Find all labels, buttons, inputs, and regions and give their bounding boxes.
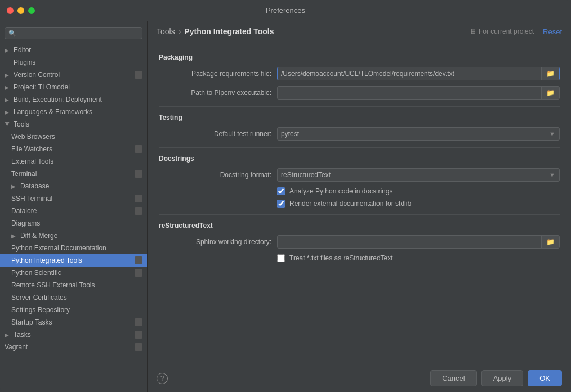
sidebar-item-terminal[interactable]: Terminal (0, 168, 147, 180)
sidebar-item-vagrant[interactable]: Vagrant (0, 341, 147, 353)
sidebar-item-languages[interactable]: ▶ Languages & Frameworks (0, 106, 147, 118)
arrow-icon: ▶ (11, 233, 17, 239)
window-title: Preferences (266, 6, 305, 15)
sphinx-dir-row: Sphinx working directory: 📁 (159, 235, 560, 249)
footer: ? Cancel Apply OK (148, 364, 571, 392)
sidebar-item-version-control[interactable]: ▶ Version Control (0, 69, 147, 81)
sidebar-item-python-scientific[interactable]: Python Scientific (0, 267, 147, 279)
sidebar-item-remote-ssh[interactable]: Remote SSH External Tools (0, 279, 147, 291)
docstring-format-label: Docstring format: (159, 171, 271, 179)
monitor-icon: 🖥 (470, 28, 476, 35)
sidebar-item-python-external-doc[interactable]: Python External Documentation (0, 242, 147, 254)
search-box[interactable]: 🔍 (5, 27, 142, 39)
titlebar: Preferences (0, 0, 571, 21)
analyze-checkbox[interactable] (277, 187, 285, 195)
pipenv-row: Path to Pipenv executable: 📁 (159, 86, 560, 100)
test-runner-dropdown[interactable]: pytest unittest Twisted Trial Nosetests (277, 127, 560, 141)
sidebar-item-label: Web Browsers (11, 133, 55, 141)
footer-right: Cancel Apply OK (430, 370, 562, 386)
ok-button[interactable]: OK (528, 370, 562, 386)
sidebar-item-label: Vagrant (5, 343, 28, 351)
badge-icon (135, 71, 142, 79)
sidebar-item-label: Startup Tasks (11, 318, 52, 326)
arrow-icon: ▶ (5, 109, 10, 115)
reset-button[interactable]: Reset (543, 28, 562, 36)
badge-icon (135, 145, 142, 153)
render-checkbox-label[interactable]: Render external documentation for stdlib (289, 200, 411, 208)
sidebar-item-external-tools[interactable]: External Tools (0, 155, 147, 168)
render-checkbox[interactable] (277, 200, 285, 208)
sidebar-item-editor[interactable]: ▶ Editor (0, 44, 147, 56)
arrow-icon: ▶ (11, 183, 17, 190)
arrow-icon: ▶ (5, 332, 10, 338)
badge-icon (135, 269, 142, 277)
sidebar-item-datalore[interactable]: Datalore (0, 205, 147, 217)
badge-icon (135, 331, 142, 339)
sidebar-item-label: Languages & Frameworks (14, 108, 92, 116)
testing-section-label: Testing (159, 114, 560, 121)
main-content: 🔍 ▶ Editor Plugins ▶ Version Control ▶ P… (0, 21, 571, 392)
sidebar-item-database[interactable]: ▶ Database (0, 180, 147, 192)
sidebar-item-label: Python External Documentation (11, 244, 106, 252)
search-input[interactable] (19, 29, 139, 37)
close-button[interactable] (7, 7, 14, 14)
sidebar-item-tools[interactable]: ▶ Tools (0, 118, 147, 130)
arrow-icon: ▶ (5, 97, 10, 103)
header-right: 🖥 For current project Reset (470, 28, 562, 36)
sidebar-item-project[interactable]: ▶ Project: TLOmodel (0, 81, 147, 93)
sidebar-item-label: Server Certificates (11, 294, 67, 301)
sphinx-dir-input[interactable] (278, 236, 541, 248)
apply-button[interactable]: Apply (481, 370, 524, 386)
minimize-button[interactable] (17, 7, 24, 14)
sidebar-item-web-browsers[interactable]: Web Browsers (0, 130, 147, 143)
package-req-input[interactable] (278, 67, 541, 80)
analyze-checkbox-label[interactable]: Analyze Python code in docstrings (289, 187, 392, 195)
arrow-icon: ▶ (5, 47, 10, 53)
sphinx-dir-folder-button[interactable]: 📁 (541, 236, 559, 248)
sidebar-item-diagrams[interactable]: Diagrams (0, 217, 147, 229)
sidebar-item-plugins[interactable]: Plugins (0, 56, 147, 69)
preferences-window: Preferences 🔍 ▶ Editor Plugins ▶ Version… (0, 0, 571, 392)
treat-txt-checkbox-row: Treat *.txt files as reStructuredText (277, 254, 560, 262)
sidebar-item-file-watchers[interactable]: File Watchers (0, 143, 147, 155)
sidebar-item-label: Diagrams (11, 219, 40, 227)
test-runner-row: Default test runner: pytest unittest Twi… (159, 127, 560, 141)
sidebar-item-label: Python Scientific (11, 269, 61, 277)
docstring-format-dropdown[interactable]: reStructuredText NumPy Google Plain (277, 168, 560, 182)
package-req-label: Package requirements file: (159, 70, 271, 78)
sidebar-item-label: Database (20, 182, 49, 190)
titlebar-buttons (7, 7, 35, 14)
render-checkbox-row: Render external documentation for stdlib (277, 200, 560, 208)
sidebar-item-python-integrated-tools[interactable]: Python Integrated Tools (0, 254, 147, 267)
cancel-button[interactable]: Cancel (430, 370, 476, 386)
sidebar-item-tasks[interactable]: ▶ Tasks (0, 328, 147, 341)
badge-icon (135, 170, 142, 178)
for-current-project: 🖥 For current project (470, 28, 534, 35)
pipenv-folder-button[interactable]: 📁 (541, 87, 559, 99)
sidebar-item-ssh-terminal[interactable]: SSH Terminal (0, 192, 147, 205)
sidebar-item-build[interactable]: ▶ Build, Execution, Deployment (0, 93, 147, 106)
badge-icon (135, 256, 142, 264)
maximize-button[interactable] (28, 7, 35, 14)
sidebar-item-startup-tasks[interactable]: Startup Tasks (0, 316, 147, 328)
package-req-input-wrap: 📁 (277, 67, 560, 80)
breadcrumb-current: Python Integrated Tools (184, 27, 274, 36)
treat-txt-checkbox[interactable] (277, 254, 285, 262)
sidebar-item-label: Build, Execution, Deployment (14, 96, 102, 103)
sidebar-item-label: Terminal (11, 170, 37, 178)
sidebar-item-label: Diff & Merge (20, 232, 57, 240)
breadcrumb-separator: › (179, 27, 181, 36)
sidebar-item-label: Python Integrated Tools (11, 256, 82, 264)
docstring-format-row: Docstring format: reStructuredText NumPy… (159, 168, 560, 182)
help-button[interactable]: ? (157, 373, 168, 384)
analyze-checkbox-row: Analyze Python code in docstrings (277, 187, 560, 195)
treat-txt-checkbox-label[interactable]: Treat *.txt files as reStructuredText (289, 254, 393, 262)
sidebar-item-label: Plugins (14, 58, 35, 66)
sphinx-dir-label: Sphinx working directory: (159, 238, 271, 246)
sidebar-item-diff-merge[interactable]: ▶ Diff & Merge (0, 229, 147, 242)
pipenv-input[interactable] (278, 87, 541, 99)
sidebar-item-server-certificates[interactable]: Server Certificates (0, 291, 147, 304)
sidebar-item-settings-repository[interactable]: Settings Repository (0, 304, 147, 316)
package-req-folder-button[interactable]: 📁 (541, 67, 559, 80)
arrow-icon (5, 60, 10, 66)
